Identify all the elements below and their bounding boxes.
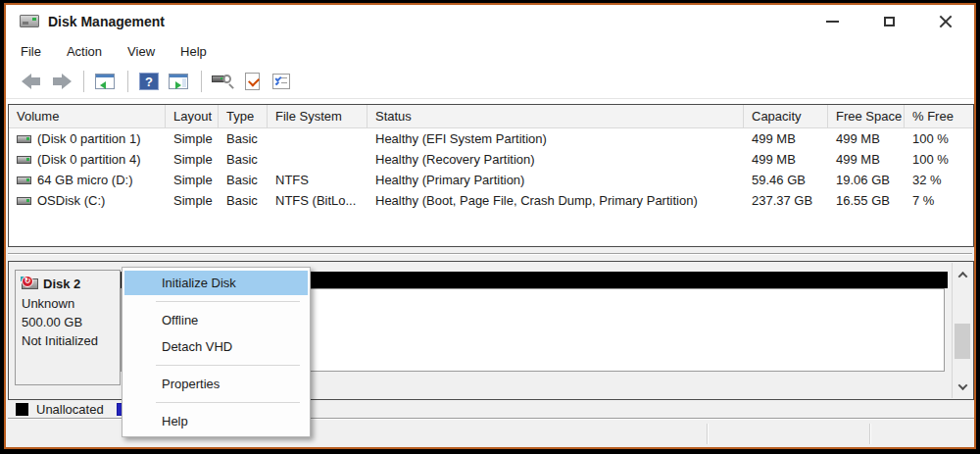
cell-status: Healthy (Primary Partition) (368, 170, 744, 190)
cell-free-space: 16.55 GB (828, 190, 905, 211)
disk-status: Not Initialized (22, 331, 114, 350)
back-icon (22, 74, 42, 89)
rescan-disks-button[interactable] (209, 69, 236, 94)
checklist-icon (272, 74, 290, 89)
cell-status: Healthy (Recovery Partition) (368, 149, 744, 170)
cell-type: Basic (219, 190, 268, 211)
column-header-layout[interactable]: Layout (166, 105, 219, 127)
table-row[interactable]: (Disk 0 partition 1) Simple Basic Health… (9, 128, 973, 149)
maximize-button[interactable] (860, 5, 917, 37)
context-menu: Initialize Disk Offline Detach VHD Prope… (122, 267, 311, 437)
cell-volume: OSDisk (C:) (37, 193, 105, 208)
cell-free-space: 499 MB (828, 128, 905, 149)
column-header-capacity[interactable]: Capacity (744, 105, 828, 127)
column-header-file-system[interactable]: File System (268, 105, 368, 127)
vertical-scrollbar[interactable] (952, 263, 972, 398)
cell-capacity: 499 MB (744, 149, 828, 170)
disk-drive-icon (20, 15, 39, 27)
toolbar-separator (83, 71, 84, 92)
menu-separator (156, 365, 300, 366)
menu-item-help[interactable]: Help (124, 409, 308, 433)
menu-view[interactable]: View (127, 44, 155, 59)
forward-button[interactable] (47, 69, 74, 94)
cell-pct-free: 32 % (905, 170, 973, 190)
minimize-icon (826, 21, 839, 23)
cell-file-system: NTFS (268, 170, 368, 190)
cell-pct-free: 100 % (905, 149, 973, 170)
cell-type: Basic (219, 170, 268, 190)
unallocated-swatch (16, 403, 28, 416)
toolbar: ? (6, 65, 974, 99)
show-action-pane-button[interactable] (165, 69, 192, 94)
chevron-down-icon (957, 380, 967, 390)
column-header-pct-free[interactable]: % Free (905, 105, 973, 127)
help-icon: ? (139, 73, 159, 90)
menu-file[interactable]: File (21, 44, 41, 59)
cell-file-system (268, 149, 368, 170)
back-button[interactable] (18, 69, 45, 94)
help-button[interactable]: ? (135, 69, 163, 94)
cell-pct-free: 100 % (905, 128, 973, 149)
scroll-up-button[interactable] (953, 265, 972, 284)
menu-action[interactable]: Action (67, 44, 102, 59)
volume-icon (17, 135, 31, 143)
console-tree-icon (95, 74, 115, 89)
disk-warning-icon (22, 278, 38, 289)
table-row[interactable]: OSDisk (C:) Simple Basic NTFS (BitLo... … (9, 190, 973, 211)
volume-icon (17, 197, 31, 205)
scrollbar-thumb[interactable] (955, 324, 970, 359)
column-header-status[interactable]: Status (368, 105, 744, 127)
check-document-button[interactable] (238, 69, 266, 94)
cell-pct-free: 7 % (905, 190, 973, 211)
disk-info-box[interactable]: Disk 2 Unknown 500.00 GB Not Initialized (15, 270, 121, 385)
menu-help[interactable]: Help (180, 44, 207, 59)
toolbar-separator (127, 71, 128, 92)
minimize-button[interactable] (804, 5, 860, 37)
toolbar-separator (201, 71, 202, 92)
cell-volume: 64 GB micro (D:) (37, 173, 133, 187)
title-bar: Disk Management (6, 5, 974, 37)
pane-splitter[interactable] (6, 247, 974, 261)
cell-layout: Simple (166, 170, 219, 190)
menu-item-detach-vhd[interactable]: Detach VHD (124, 334, 308, 359)
cell-layout: Simple (166, 128, 219, 149)
volume-icon (17, 177, 31, 184)
scroll-down-button[interactable] (953, 377, 972, 396)
volume-icon (17, 156, 31, 164)
disk-size: 500.00 GB (22, 313, 114, 331)
maximize-icon (884, 17, 895, 26)
close-button[interactable] (917, 5, 974, 37)
menu-item-offline[interactable]: Offline (124, 308, 308, 332)
cell-type: Basic (219, 128, 268, 149)
cell-capacity: 237.37 GB (744, 190, 828, 211)
cell-file-system: NTFS (BitLo... (268, 190, 368, 211)
show-console-tree-button[interactable] (91, 69, 119, 94)
table-row[interactable]: 64 GB micro (D:) Simple Basic NTFS Healt… (9, 170, 973, 190)
volume-list-pane: Volume Layout Type File System Status Ca… (8, 104, 974, 247)
forward-icon (51, 74, 72, 89)
menu-bar: File Action View Help (6, 37, 974, 65)
checklist-button[interactable] (268, 69, 295, 94)
cell-layout: Simple (166, 149, 219, 170)
cell-layout: Simple (166, 190, 219, 211)
close-icon (939, 15, 953, 28)
cell-file-system (268, 128, 368, 149)
disk-name: Disk 2 (43, 275, 80, 293)
status-bar-divider (707, 424, 708, 444)
menu-item-initialize-disk[interactable]: Initialize Disk (124, 271, 308, 295)
disk-management-window: Disk Management File Action View Help (4, 3, 976, 449)
column-header-type[interactable]: Type (219, 105, 268, 127)
cell-capacity: 59.46 GB (744, 170, 828, 190)
volume-table-header: Volume Layout Type File System Status Ca… (9, 105, 973, 128)
cell-type: Basic (219, 149, 268, 170)
cell-volume: (Disk 0 partition 4) (37, 152, 140, 167)
menu-separator (156, 301, 300, 302)
column-header-free-space[interactable]: Free Space (828, 105, 905, 127)
legend-label-unallocated: Unallocated (36, 402, 104, 417)
table-row[interactable]: (Disk 0 partition 4) Simple Basic Health… (9, 149, 973, 170)
column-header-volume[interactable]: Volume (9, 105, 166, 127)
status-bar-divider (869, 424, 870, 444)
cell-status: Healthy (EFI System Partition) (368, 128, 744, 149)
menu-item-properties[interactable]: Properties (124, 372, 308, 396)
window-controls (804, 5, 974, 37)
